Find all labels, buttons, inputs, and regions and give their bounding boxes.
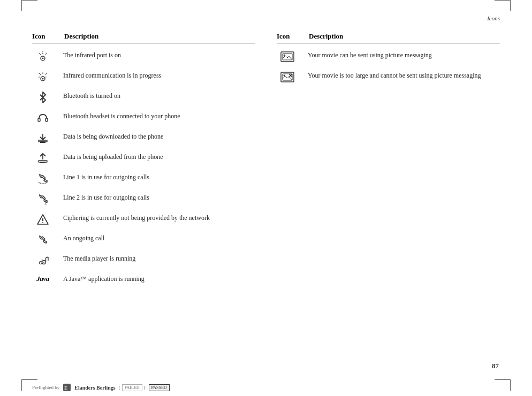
infrared-on-desc: The infrared port is on bbox=[63, 50, 255, 60]
page: Icons Icon Description bbox=[0, 0, 532, 396]
list-item: 2 Line 2 is in use for outgoing calls bbox=[32, 192, 255, 207]
list-item: Your movie can be sent using picture mes… bbox=[277, 50, 500, 65]
failed-bracket-close: ) bbox=[144, 385, 146, 390]
list-item: Your movie is too large and cannot be se… bbox=[277, 70, 500, 85]
line1-outgoing-desc: Line 1 is in use for outgoing calls bbox=[63, 172, 255, 182]
page-title: Icons bbox=[487, 15, 500, 21]
left-desc-header: Description bbox=[64, 32, 98, 41]
movie-too-large-desc: Your movie is too large and cannot be se… bbox=[308, 70, 500, 80]
svg-rect-12 bbox=[38, 118, 40, 121]
list-item: Data is being uploaded from the phone bbox=[32, 151, 255, 166]
list-item: The media player is running bbox=[32, 253, 255, 268]
movie-too-large-icon bbox=[277, 70, 298, 83]
crop-mark bbox=[495, 379, 511, 380]
list-item: Bluetooth is turned on bbox=[32, 90, 255, 105]
infrared-progress-desc: Infrared communication is in progress bbox=[63, 70, 255, 80]
failed-label: FAILED bbox=[122, 384, 142, 391]
passed-label: PASSED bbox=[149, 384, 170, 391]
main-content: Icon Description The infrared port is on bbox=[32, 27, 500, 294]
list-item: Infrared communication is in progress bbox=[32, 70, 255, 85]
preflighted-label: Preflighted by bbox=[32, 385, 59, 390]
list-item: An ongoing call bbox=[32, 233, 255, 248]
brand-icon: E bbox=[63, 383, 71, 392]
list-item: Line 1 is in use for outgoing calls bbox=[32, 172, 255, 187]
list-item: Java A Java™ application is running bbox=[32, 273, 255, 288]
crop-mark bbox=[21, 380, 22, 391]
ciphering-icon bbox=[32, 212, 54, 225]
right-icon-header: Icon bbox=[277, 32, 298, 41]
svg-line-2 bbox=[39, 53, 41, 55]
line2-outgoing-desc: Line 2 is in use for outgoing calls bbox=[63, 192, 255, 202]
footer: Preflighted by E Elanders Berlings ( FAI… bbox=[32, 383, 170, 392]
failed-badge: ( FAILED ) bbox=[119, 384, 146, 391]
data-download-icon bbox=[32, 131, 54, 144]
svg-rect-18 bbox=[40, 162, 45, 163]
ongoing-call-desc: An ongoing call bbox=[63, 233, 255, 243]
crop-mark bbox=[21, 0, 22, 11]
line1-outgoing-icon bbox=[32, 172, 54, 185]
failed-bracket-open: ( bbox=[119, 385, 120, 390]
svg-rect-13 bbox=[45, 118, 48, 121]
svg-point-29 bbox=[40, 262, 42, 264]
data-download-desc: Data is being downloaded to the phone bbox=[63, 131, 255, 141]
left-column: Icon Description The infrared port is on bbox=[32, 32, 255, 294]
infrared-progress-icon bbox=[32, 70, 54, 83]
page-header: Icons bbox=[32, 0, 500, 27]
java-app-icon: Java bbox=[32, 273, 54, 283]
svg-rect-15 bbox=[40, 141, 45, 143]
crop-mark bbox=[21, 0, 37, 1]
list-item: The infrared port is on bbox=[32, 50, 255, 65]
svg-point-4 bbox=[42, 58, 44, 59]
line2-outgoing-icon: 2 bbox=[32, 192, 54, 205]
java-app-desc: A Java™ application is running bbox=[63, 273, 255, 284]
svg-point-33 bbox=[284, 55, 285, 56]
passed-badge: PASSED bbox=[149, 384, 170, 391]
right-column-header: Icon Description bbox=[277, 32, 500, 43]
crop-mark bbox=[510, 0, 511, 11]
svg-point-36 bbox=[284, 75, 285, 77]
svg-line-9 bbox=[45, 73, 47, 75]
svg-text:2: 2 bbox=[44, 200, 47, 205]
brand-name: Elanders Berlings bbox=[74, 385, 115, 391]
list-item: Data is being downloaded to the phone bbox=[32, 131, 255, 146]
bluetooth-headset-desc: Bluetooth headset is connected to your p… bbox=[63, 111, 255, 121]
svg-text:E: E bbox=[64, 385, 67, 391]
crop-mark bbox=[495, 0, 511, 1]
ciphering-desc: Ciphering is currently not being provide… bbox=[63, 212, 255, 223]
svg-point-6 bbox=[42, 78, 44, 80]
bluetooth-on-desc: Bluetooth is turned on bbox=[63, 90, 255, 101]
bluetooth-on-icon bbox=[32, 90, 54, 103]
list-item: Ciphering is currently not being provide… bbox=[32, 212, 255, 227]
data-upload-desc: Data is being uploaded from the phone bbox=[63, 151, 255, 162]
right-desc-header: Description bbox=[309, 32, 343, 41]
svg-point-25 bbox=[43, 262, 44, 263]
left-column-header: Icon Description bbox=[32, 32, 255, 43]
media-player-icon bbox=[32, 253, 54, 266]
svg-line-3 bbox=[45, 53, 47, 55]
movie-picture-msg-desc: Your movie can be sent using picture mes… bbox=[308, 50, 500, 60]
bluetooth-headset-icon bbox=[32, 111, 54, 124]
crop-mark bbox=[510, 380, 511, 391]
java-text-icon: Java bbox=[36, 275, 49, 283]
left-icon-header: Icon bbox=[32, 32, 54, 41]
movie-picture-msg-icon bbox=[277, 50, 298, 63]
list-item: Bluetooth headset is connected to your p… bbox=[32, 111, 255, 126]
media-player-desc: The media player is running bbox=[63, 253, 255, 263]
crop-mark bbox=[21, 379, 37, 380]
page-number: 87 bbox=[492, 362, 499, 370]
svg-point-23 bbox=[42, 222, 43, 223]
ongoing-call-icon bbox=[32, 233, 54, 246]
infrared-on-icon bbox=[32, 50, 54, 63]
right-column: Icon Description Your movie can bbox=[277, 32, 500, 294]
data-upload-icon bbox=[32, 151, 54, 164]
svg-line-8 bbox=[39, 73, 41, 75]
